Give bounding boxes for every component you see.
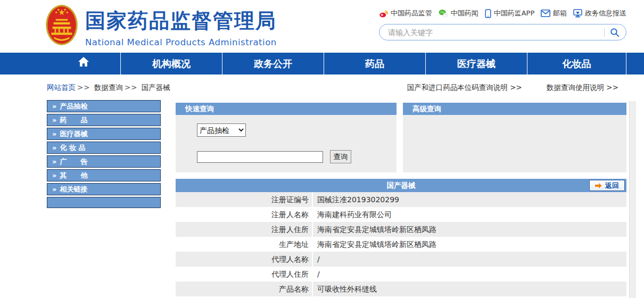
breadcrumb-right-links: 国产和进口药品本位码查询说明 >> 数据查询使用说明 >>	[385, 74, 618, 100]
quick-link-label: 中国药闻	[451, 9, 478, 18]
link-gov-info-report[interactable]: 政务信息报送	[573, 9, 626, 18]
quick-query-title: 快速查询	[176, 103, 397, 115]
search-divider	[604, 28, 605, 37]
row-value: 海南省定安县定城镇塔岭新区栖凤路	[313, 237, 436, 252]
table-row: 代理人名称 /	[176, 252, 626, 267]
arrow-right-icon	[595, 183, 602, 189]
table-row: 生产地址 海南省定安县定城镇塔岭新区栖凤路	[176, 237, 626, 252]
row-value: 可吸收性外科缝线	[313, 282, 377, 296]
inner-scrollbar[interactable]	[629, 101, 635, 298]
breadcrumb: 网站首页>> 数据查询>> 国产器械	[47, 74, 170, 100]
row-label: 产品名称	[176, 282, 313, 296]
row-value: 国械注准20193020299	[313, 192, 399, 207]
sidebar-item-label: 化 妆 品	[60, 144, 85, 152]
results-table: 国产器械 返回 注册证编号 国械注准20193020299 注册人名称 海南建科…	[176, 179, 626, 296]
breadcrumb-separator: >>	[125, 83, 138, 92]
quick-link-label: 中国药监APP	[494, 9, 535, 18]
quick-link-label: 政务信息报送	[585, 9, 626, 18]
row-label: 代理人住所	[176, 267, 313, 282]
sidebar-item-label: 广 告	[60, 158, 87, 165]
wechat-icon	[439, 9, 448, 18]
back-button-label: 返回	[605, 179, 619, 192]
monitor-icon	[573, 9, 582, 18]
sidebar-item-medical-devices[interactable]: »医疗器械	[47, 128, 161, 140]
breadcrumb-separator: >>	[77, 83, 90, 92]
double-arrow-icon: »	[52, 102, 56, 110]
row-value: 海南建科药业有限公司	[313, 207, 392, 222]
sidebar-item-label: 其 他	[60, 171, 87, 179]
sidebar-item-label: 医疗器械	[60, 130, 87, 138]
main-nav: 机构概况 政务公开 药品 医疗器械 化妆品	[0, 53, 644, 74]
sidebar-item-drugs[interactable]: »药 品	[47, 114, 161, 126]
sidebar: »产品抽检 »药 品 »医疗器械 »化 妆 品 »广 告 »其 他 »相关链接	[47, 100, 161, 210]
quick-link-label: 邮箱	[553, 9, 567, 18]
table-row: 代理人住所 /	[176, 267, 626, 282]
nav-item-org-overview[interactable]: 机构概况	[121, 53, 222, 74]
site-title-block: 国家药品监督管理局 National Medical Products Admi…	[85, 7, 277, 47]
row-value: /	[313, 252, 320, 267]
advanced-query-panel: 高级查询	[403, 103, 626, 172]
nav-item-drugs[interactable]: 药品	[324, 53, 426, 74]
breadcrumb-home-link[interactable]: 网站首页	[47, 83, 76, 92]
table-row: 注册人名称 海南建科药业有限公司	[176, 207, 626, 222]
home-icon	[78, 53, 89, 74]
sidebar-item-other[interactable]: »其 他	[47, 169, 161, 181]
sidebar-item-cosmetics[interactable]: »化 妆 品	[47, 142, 161, 154]
sidebar-filler	[47, 197, 161, 208]
row-label: 注册人住所	[176, 222, 313, 237]
table-row: 注册人住所 海南省定安县定城镇塔岭新区栖凤路	[176, 222, 626, 237]
double-arrow-icon: »	[52, 185, 56, 193]
breadcrumb-current-page: 国产器械	[142, 83, 170, 92]
sidebar-item-label: 药 品	[60, 116, 87, 124]
table-row: 注册证编号 国械注准20193020299	[176, 192, 626, 207]
query-type-select[interactable]: 产品抽检	[197, 123, 246, 137]
header-quick-links: 中国药品监管 中国药闻 中国药监APP 邮箱 政务信息报送	[379, 9, 626, 18]
link-mailbox[interactable]: 邮箱	[541, 9, 567, 18]
mail-icon	[541, 10, 550, 17]
sidebar-item-label: 相关链接	[60, 185, 87, 193]
breadcrumb-data-query[interactable]: 数据查询	[94, 83, 123, 92]
site-title-en: National Medical Products Administration	[85, 37, 277, 47]
back-button[interactable]: 返回	[589, 180, 625, 191]
sidebar-item-product-sampling[interactable]: »产品抽检	[47, 100, 161, 112]
quick-query-panel: 快速查询 产品抽检 查询	[176, 103, 397, 172]
nav-item-medical-devices[interactable]: 医疗器械	[426, 53, 527, 74]
sidebar-item-advertising[interactable]: »广 告	[47, 155, 161, 168]
row-label: 代理人名称	[176, 252, 313, 267]
double-arrow-icon: »	[52, 130, 56, 138]
double-arrow-icon: »	[52, 144, 56, 152]
quick-link-label: 中国药品监管	[391, 9, 432, 18]
header-search-input[interactable]	[388, 28, 604, 37]
sidebar-item-label: 产品抽检	[60, 102, 87, 110]
table-row: 产品名称 可吸收性外科缝线	[176, 282, 626, 296]
phone-icon	[485, 9, 491, 18]
results-title: 国产器械	[387, 181, 416, 189]
double-arrow-icon: »	[52, 171, 56, 179]
search-icon[interactable]	[610, 28, 620, 37]
header-search-box	[379, 24, 626, 40]
link-data-query-help[interactable]: 数据查询使用说明 >>	[547, 83, 618, 92]
nav-item-gov-affairs[interactable]: 政务公开	[222, 53, 324, 74]
weibo-icon	[379, 9, 388, 18]
link-barcode-query-help[interactable]: 国产和进口药品本位码查询说明 >>	[407, 83, 522, 92]
link-nmpa-app[interactable]: 中国药监APP	[485, 9, 535, 18]
row-label: 注册人名称	[176, 207, 313, 222]
nav-item-cosmetics[interactable]: 化妆品	[527, 53, 626, 74]
sidebar-item-related-links[interactable]: »相关链接	[47, 183, 161, 195]
link-china-drug-regulation[interactable]: 中国药品监管	[379, 9, 432, 18]
advanced-query-title: 高级查询	[403, 103, 626, 115]
row-label: 生产地址	[176, 237, 313, 252]
row-value: /	[313, 267, 320, 282]
query-button[interactable]: 查询	[330, 150, 351, 163]
link-china-pharma-news[interactable]: 中国药闻	[439, 9, 478, 18]
row-label: 注册证编号	[176, 192, 313, 207]
page: 国家药品监督管理局 National Medical Products Admi…	[0, 0, 644, 298]
nav-home[interactable]	[47, 53, 121, 74]
quick-query-input[interactable]	[197, 151, 323, 163]
double-arrow-icon: »	[52, 116, 56, 124]
double-arrow-icon: »	[52, 158, 56, 165]
row-value: 海南省定安县定城镇塔岭新区栖凤路	[313, 222, 436, 237]
site-title-cn: 国家药品监督管理局	[85, 7, 277, 35]
national-emblem-logo	[45, 4, 78, 46]
